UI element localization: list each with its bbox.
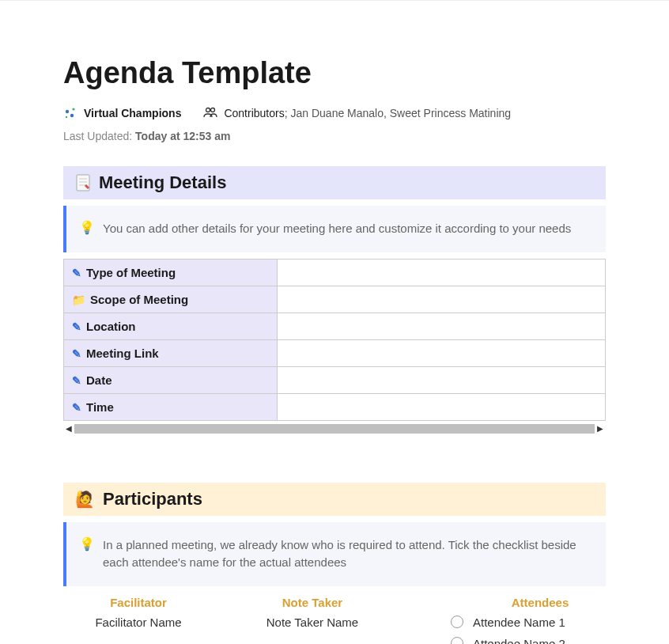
scroll-right-arrow-icon[interactable]: ▶ [595,423,606,434]
table-value[interactable] [278,259,606,286]
table-row[interactable]: ✎Location [64,313,606,339]
facilitator-value[interactable]: Facilitator Name [95,616,181,629]
table-value[interactable] [278,339,606,366]
table-row[interactable]: ✎Meeting Link [64,339,606,366]
svg-point-1 [70,114,74,117]
workspace-name: Virtual Champions [84,107,181,119]
table-value[interactable] [278,286,606,313]
svg-point-5 [211,108,215,112]
scrollbar-track[interactable] [74,424,595,434]
attendees-column: Attendees Attendee Name 1 Attendee Name … [411,596,606,645]
meeting-details-tip: 💡 You can add other details for your mee… [63,206,606,252]
notetaker-header: Note Taker [282,596,342,609]
lightbulb-icon: 💡 [79,536,95,551]
scroll-left-arrow-icon[interactable]: ◀ [63,423,74,434]
svg-point-3 [66,116,67,118]
attendee-name: Attendee Name 2 [473,637,565,645]
meta-row: Virtual Champions Contributors; Jan Duan… [63,106,606,120]
notetaker-column: Note Taker Note Taker Name [214,596,411,645]
meeting-details-table: ✎Type of Meeting 📁Scope of Meeting ✎Loca… [63,259,606,421]
participants-columns: Facilitator Facilitator Name Note Taker … [63,596,606,645]
workspace-icon [63,106,77,120]
participants-tip: 💡 In a planned meeting, we already know … [63,522,606,586]
folder-icon: 📁 [72,294,85,306]
attendee-row[interactable]: Attendee Name 2 [451,637,565,645]
pen-icon: ✎ [72,347,81,360]
contributors-icon [203,107,217,120]
svg-point-4 [206,108,210,112]
table-row[interactable]: ✎Date [64,366,606,393]
contributors-names: ; Jan Duane Manalo, Sweet Princess Matin… [285,107,511,119]
table-row[interactable]: 📁Scope of Meeting [64,286,606,313]
notepad-icon [75,173,91,192]
lightbulb-icon: 💡 [79,220,95,235]
table-row[interactable]: ✎Type of Meeting [64,259,606,286]
attendee-checkbox[interactable] [451,637,463,644]
pen-icon: ✎ [72,267,81,279]
attendee-name: Attendee Name 1 [473,616,565,629]
table-row[interactable]: ✎Time [64,393,606,420]
svg-point-2 [72,108,74,110]
table-value[interactable] [278,313,606,339]
participants-header: 🙋 Participants [63,483,606,516]
facilitator-column: Facilitator Facilitator Name [63,596,214,645]
raising-hand-icon: 🙋 [75,490,95,509]
pen-icon: ✎ [72,320,81,333]
document-container: Agenda Template Virtual Champions Contri… [0,25,669,644]
page-title: Agenda Template [63,56,606,90]
pen-icon: ✎ [72,401,81,414]
table-value[interactable] [278,393,606,420]
contributors-label: Contributors; Jan Duane Manalo, Sweet Pr… [224,107,511,119]
attendees-header: Attendees [512,596,569,609]
notetaker-value[interactable]: Note Taker Name [266,616,358,629]
svg-point-0 [66,110,69,113]
meeting-details-header: Meeting Details [63,166,606,199]
horizontal-scrollbar[interactable]: ◀ ▶ [63,422,606,435]
facilitator-header: Facilitator [110,596,167,609]
last-updated: Last Updated: Today at 12:53 am [63,130,606,142]
attendee-checkbox[interactable] [451,616,463,628]
attendee-row[interactable]: Attendee Name 1 [451,616,565,629]
table-value[interactable] [278,366,606,393]
pen-icon: ✎ [72,374,81,387]
